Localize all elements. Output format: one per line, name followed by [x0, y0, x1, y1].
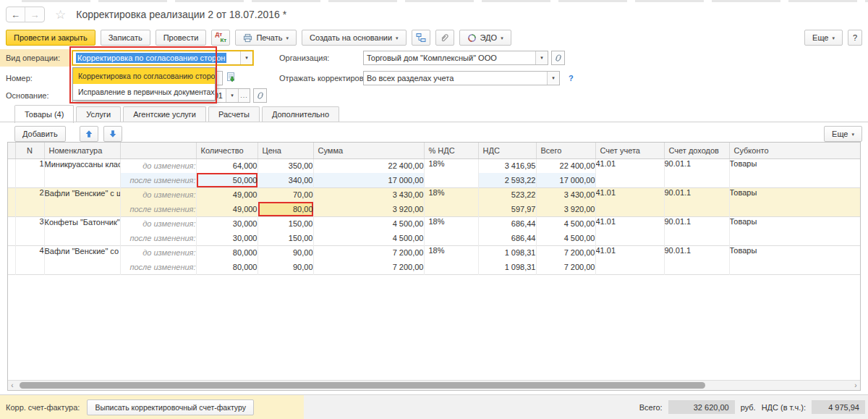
cell-qty-after[interactable]: 80,000 [196, 260, 258, 274]
operation-type-combobox[interactable]: Корректировка по согласованию сторон ▾ [72, 51, 253, 65]
dropdown-option-agreement[interactable]: Корректировка по согласованию сторон [73, 68, 215, 84]
cell-nomenclature[interactable]: Вафли "Венские" со сгущенным молоком... [44, 245, 120, 274]
post-and-close-button[interactable]: Провести и закрыть [6, 30, 95, 46]
header-vat-pct[interactable]: % НДС [424, 143, 478, 158]
cell-n[interactable]: 1 [15, 158, 44, 187]
cell-vat-after[interactable]: 2 593,22 [478, 173, 536, 187]
tab-agent-services[interactable]: Агентские услуги [123, 106, 206, 122]
cell-income-account[interactable]: 90.01.1 [664, 158, 729, 187]
cell-n[interactable]: 4 [15, 245, 44, 274]
cell-qty-before[interactable]: 80,000 [196, 245, 258, 260]
cell-vat-before[interactable]: 523,22 [478, 187, 536, 202]
dropdown-option-primary-docs[interactable]: Исправление в первичных документах [73, 84, 215, 100]
cell-sum-after[interactable]: 3 920,00 [313, 202, 424, 216]
write-button[interactable]: Записать [101, 30, 150, 46]
subordination-structure-button[interactable] [412, 30, 430, 46]
combobox-dropdown-arrow[interactable]: ▾ [240, 51, 252, 64]
header-change[interactable] [120, 143, 196, 158]
cell-income-account[interactable]: 90.01.1 [664, 187, 729, 216]
cell-total-before[interactable]: 4 500,00 [536, 216, 595, 231]
cell-sum-after[interactable]: 17 000,00 [313, 173, 424, 187]
basis-open-link-button[interactable] [253, 88, 267, 103]
cell-n[interactable]: 2 [15, 187, 44, 216]
cell-total-before[interactable]: 3 430,00 [536, 187, 595, 202]
scroll-left-arrow[interactable]: ‹ [8, 381, 17, 390]
issue-corr-invoice-button[interactable]: Выписать корректировочный счет-фактуру [87, 399, 254, 415]
cell-vat-after[interactable]: 597,97 [478, 202, 536, 216]
reflect-adjustment-field[interactable]: Во всех разделах учета ▾ [363, 71, 560, 85]
cell-total-before[interactable]: 7 200,00 [536, 245, 595, 260]
cell-vat-after[interactable]: 686,44 [478, 231, 536, 245]
cell-income-account[interactable]: 90.01.1 [664, 245, 729, 274]
organization-open-link-button[interactable] [551, 51, 565, 65]
header-n[interactable]: N [15, 143, 44, 158]
cell-account[interactable]: 41.01 [595, 245, 664, 274]
cell-account[interactable]: 41.01 [595, 158, 664, 187]
header-account[interactable]: Счет учета [595, 143, 664, 158]
more-button[interactable]: Еще ▾ [804, 30, 843, 46]
cell-total-before[interactable]: 22 400,00 [536, 158, 595, 173]
cell-qty-after[interactable]: 30,000 [196, 231, 258, 245]
move-row-up-button[interactable] [80, 126, 98, 142]
cell-nomenclature[interactable]: Вафли "Венские" с шоколадом... [44, 187, 120, 216]
tab-goods[interactable]: Товары (4) [14, 105, 74, 123]
move-row-down-button[interactable] [103, 126, 122, 142]
cell-subconto[interactable]: Товары [729, 187, 861, 216]
attachments-button[interactable] [435, 30, 454, 46]
basis-choose-button[interactable]: ... [238, 89, 250, 102]
cell-sum-before[interactable]: 4 500,00 [313, 216, 424, 231]
dt-kt-postings-button[interactable]: ДтКт [211, 30, 230, 46]
cell-income-account[interactable]: 90.01.1 [664, 216, 729, 245]
cell-qty-after[interactable]: 49,000 [196, 202, 258, 216]
cell-subconto[interactable]: Товары [729, 216, 861, 245]
create-on-basis-button[interactable]: Создать на основании ▾ [302, 30, 407, 46]
help-button[interactable]: ? [848, 30, 862, 46]
scroll-right-arrow[interactable]: › [851, 381, 860, 390]
scrollbar-thumb[interactable] [20, 382, 705, 389]
header-total[interactable]: Всего [536, 143, 595, 158]
cell-qty-after-highlighted[interactable]: 50,000 [196, 173, 258, 187]
tab-additional[interactable]: Дополнительно [262, 106, 339, 122]
back-button[interactable]: ← [7, 7, 25, 22]
cell-sum-before[interactable]: 3 430,00 [313, 187, 424, 202]
add-row-button[interactable]: Добавить [14, 126, 66, 142]
edo-button[interactable]: ЭДО ▾ [459, 30, 511, 46]
cell-account[interactable]: 41.01 [595, 187, 664, 216]
grid-more-button[interactable]: Еще ▾ [824, 126, 862, 142]
tab-services[interactable]: Услуги [76, 106, 121, 122]
print-button[interactable]: Печать ▾ [235, 30, 297, 46]
cell-price-before[interactable]: 350,00 [258, 158, 313, 173]
reflect-dropdown-arrow[interactable]: ▾ [547, 72, 559, 85]
cell-sum-after[interactable]: 7 200,00 [313, 260, 424, 274]
cell-vat-pct[interactable]: 18% [424, 158, 478, 187]
basis-dropdown-arrow[interactable]: ▾ [226, 89, 238, 102]
cell-sum-before[interactable]: 22 400,00 [313, 158, 424, 173]
reflect-help-icon[interactable]: ? [569, 74, 574, 82]
cell-total-after[interactable]: 7 200,00 [536, 260, 595, 274]
tab-settlements[interactable]: Расчеты [208, 106, 260, 122]
cell-vat-after[interactable]: 1 098,31 [478, 260, 536, 274]
cell-vat-before[interactable]: 1 098,31 [478, 245, 536, 260]
cell-subconto[interactable]: Товары [729, 158, 861, 187]
cell-qty-before[interactable]: 49,000 [196, 187, 258, 202]
header-qty[interactable]: Количество [196, 143, 258, 158]
forward-button[interactable]: → [25, 7, 44, 22]
cell-price-before[interactable]: 70,00 [258, 187, 313, 202]
header-income-account[interactable]: Счет доходов [664, 143, 729, 158]
cell-subconto[interactable]: Товары [729, 245, 861, 274]
cell-price-before[interactable]: 90,00 [258, 245, 313, 260]
fill-document-icon[interactable] [226, 72, 237, 83]
header-price[interactable]: Цена [258, 143, 313, 158]
cell-nomenclature[interactable]: Конфеты "Батончик" [44, 216, 120, 245]
cell-vat-before[interactable]: 3 416,95 [478, 158, 536, 173]
cell-total-after[interactable]: 3 920,00 [536, 202, 595, 216]
cell-account[interactable]: 41.01 [595, 216, 664, 245]
cell-total-after[interactable]: 4 500,00 [536, 231, 595, 245]
cell-sum-after[interactable]: 4 500,00 [313, 231, 424, 245]
cell-total-after[interactable]: 17 000,00 [536, 173, 595, 187]
favorite-star-icon[interactable]: ☆ [55, 9, 66, 21]
cell-nomenclature[interactable]: Миникруассаны классические [44, 158, 120, 187]
cell-qty-before[interactable]: 64,000 [196, 158, 258, 173]
cell-price-after[interactable]: 340,00 [258, 173, 313, 187]
cell-vat-pct[interactable]: 18% [424, 245, 478, 274]
